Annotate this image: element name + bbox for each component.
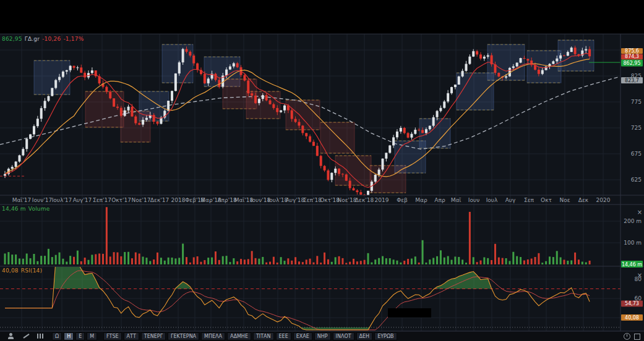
zone-box[interactable] [419,119,450,148]
svg-text:Απρ: Απρ [434,197,445,203]
toolbar-right-icons [624,333,640,340]
bottom-toolbar: ΩΗΕΜ FTSEΑΤΤΤΕΝΕΡΓΓΕΚΤΕΡΝΑΜΠΕΛΑΑΔΜΗΕΤΙΤΑ… [0,332,644,341]
chart-canvas[interactable]: Μαϊ'17Ιουν'17Ιουλ'17Αυγ'17Σεπ'17Οκτ'17Νο… [0,0,644,341]
svg-text:14,46 m: 14,46 m [622,262,642,267]
svg-text:Ιουν'17: Ιουν'17 [32,197,52,203]
timeframe-button-Ω[interactable]: Ω [52,332,62,340]
svg-text:862,95: 862,95 [624,61,641,66]
timeframe-button-Η[interactable]: Η [64,332,74,340]
svg-text:100 m: 100 m [624,240,642,246]
svg-text:Δεκ'18: Δεκ'18 [355,197,374,203]
volume-legend: 14,46 mVolume [2,206,49,212]
ticker-button-ΕΧΑΕ[interactable]: ΕΧΑΕ [293,332,312,340]
svg-text:875,6: 875,6 [625,48,639,54]
svg-text:Δεκ: Δεκ [578,197,589,203]
trading-app-window: Μαϊ'17Ιουν'17Ιουλ'17Αυγ'17Σεπ'17Οκτ'17Νο… [0,0,644,341]
svg-text:40,08: 40,08 [625,315,639,321]
ticker-button-ΤΕΝΕΡΓ[interactable]: ΤΕΝΕΡΓ [141,332,166,340]
rsi-legend-label[interactable]: RSI(14) [21,267,43,274]
price-change-pct: -1,17% [63,36,84,42]
ticker-button-ΑΔΜΗΕ[interactable]: ΑΔΜΗΕ [227,332,251,340]
svg-text:725: 725 [631,125,642,131]
svg-text:Νοε'18: Νοε'18 [337,197,356,203]
price-legend-value: 862,95 [2,36,22,42]
ticker-button-ΓΕΚΤΕΡΝΑ[interactable]: ΓΕΚΤΕΡΝΑ [168,332,199,340]
person-icon[interactable] [7,333,15,340]
svg-text:823,7: 823,7 [625,78,639,83]
rsi-legend-value: 40,08 [2,267,19,274]
svg-text:Σεπ: Σεπ [524,197,535,203]
svg-text:Ιουλ'17: Ιουλ'17 [52,197,72,203]
ticker-button-ΝΗΡ[interactable]: ΝΗΡ [314,332,331,340]
svg-text:2018: 2018 [171,197,186,203]
dashed-lines-icon[interactable] [37,333,45,340]
svg-text:Ιουλ'18: Ιουλ'18 [268,197,288,203]
svg-text:Αυγ'17: Αυγ'17 [73,197,92,203]
svg-text:625: 625 [631,177,642,183]
timeframe-button-Ε[interactable]: Ε [75,332,85,340]
svg-text:Μαρ: Μαρ [415,197,427,203]
ticker-button-ΜΠΕΛΑ[interactable]: ΜΠΕΛΑ [201,332,225,340]
svg-text:Δεκ'17: Δεκ'17 [150,197,169,203]
ticker-button-ΕΕΕ[interactable]: ΕΕΕ [276,332,291,340]
svg-text:Νοε: Νοε [559,197,570,203]
ticker-group: FTSEΑΤΤΤΕΝΕΡΓΓΕΚΤΕΡΝΑΜΠΕΛΑΑΔΜΗΕΤΙΤΑΝΕΕΕΕ… [103,332,397,340]
ticker-button-ΔΕΗ[interactable]: ΔΕΗ [356,332,373,340]
ticker-button-ΤΙΤΑΝ[interactable]: ΤΙΤΑΝ [253,332,274,340]
svg-text:Ιουλ: Ιουλ [486,197,498,203]
svg-text:Φεβ: Φεβ [397,197,408,203]
zone-box[interactable] [335,156,371,185]
svg-text:Οκτ: Οκτ [541,197,552,203]
clock-icon[interactable] [624,333,630,340]
svg-text:874,3: 874,3 [625,54,639,59]
redaction-box [388,308,431,318]
pencil-icon[interactable] [22,333,30,340]
price-legend: 862,95ΓΔ.gr-10,26-1,17% [2,36,84,42]
ticker-button-FTSE[interactable]: FTSE [103,332,121,340]
ticker-button-ΙΝΛΟΤ[interactable]: ΙΝΛΟΤ [333,332,354,340]
fullscreen-icon[interactable] [634,334,640,340]
svg-text:675: 675 [631,151,642,157]
svg-text:Σεπ'17: Σεπ'17 [93,197,111,203]
svg-text:200 m: 200 m [624,218,642,224]
ticker-button-ΕΥΡΩΒ[interactable]: ΕΥΡΩΒ [374,332,397,340]
price-change: -10,26 [42,36,61,42]
zone-box[interactable] [162,44,193,83]
svg-text:Ιουν: Ιουν [468,197,479,203]
timeframe-group: ΩΗΕΜ [52,332,97,340]
rsi-pane-close-icon: × [637,272,642,279]
svg-text:Οκτ'18: Οκτ'18 [320,197,340,203]
svg-text:Νοε'17: Νοε'17 [131,197,150,203]
rsi-legend: 40,08RSI(14) [2,267,42,274]
svg-text:775: 775 [631,99,642,105]
svg-text:Μαϊ'17: Μαϊ'17 [12,197,32,203]
svg-text:Μαϊ: Μαϊ [451,197,462,203]
zone-box[interactable] [527,51,561,83]
volume-legend-value: 14,46 m [2,206,26,212]
ticker-button-ΑΤΤ[interactable]: ΑΤΤ [124,332,139,340]
svg-text:Αυγ'18: Αυγ'18 [286,197,305,203]
timeframe-button-Μ[interactable]: Μ [87,332,97,340]
symbol-label[interactable]: ΓΔ.gr [25,36,40,42]
volume-legend-label[interactable]: Volume [28,206,50,212]
svg-text:2019: 2019 [375,197,389,203]
volume-pane-close-icon: × [637,209,642,216]
svg-text:2020: 2020 [596,197,611,203]
svg-text:Οκτ'17: Οκτ'17 [111,197,131,203]
svg-text:Σεπ'18: Σεπ'18 [303,197,322,203]
svg-text:Αυγ: Αυγ [505,197,516,203]
svg-text:54,73: 54,73 [625,301,639,306]
